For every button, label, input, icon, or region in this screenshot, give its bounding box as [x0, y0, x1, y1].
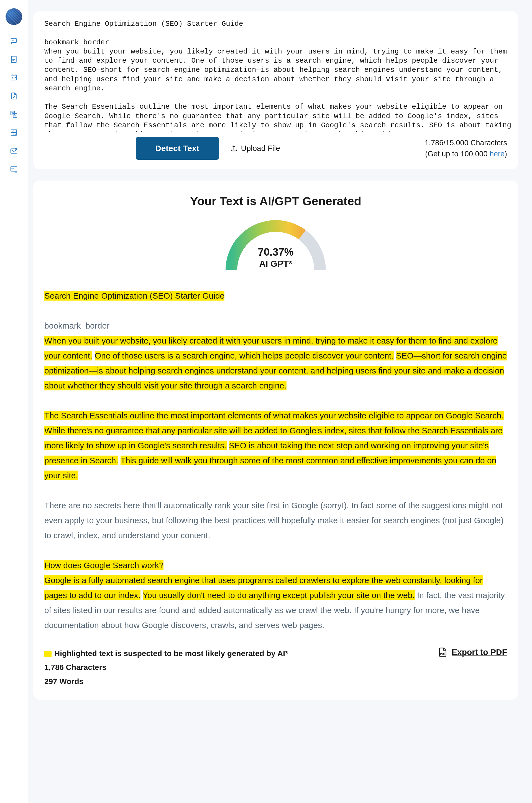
- input-card: Detect Text Upload File 1,786/15,000 Cha…: [33, 11, 518, 169]
- stats-words: 297 Words: [44, 675, 288, 689]
- highlighted-segment: One of those users is a search engine, w…: [95, 351, 394, 361]
- legend-swatch: [44, 651, 52, 657]
- controls-row: Detect Text Upload File 1,786/15,000 Cha…: [44, 137, 518, 160]
- code-analysis-icon[interactable]: [9, 73, 19, 83]
- stats-chars: 1,786 Characters: [44, 660, 288, 674]
- detect-text-button[interactable]: Detect Text: [136, 137, 219, 160]
- svg-text:AI: AI: [12, 39, 14, 42]
- legend-block: Highlighted text is suspected to be most…: [44, 646, 288, 689]
- sidebar: AI文A146699: [0, 0, 28, 803]
- text-input[interactable]: [44, 19, 518, 132]
- plain-segment: [92, 351, 94, 360]
- svg-text:1: 1: [12, 130, 13, 133]
- result-card: Your Text is AI/GPT Generated 70.37% AI …: [33, 181, 518, 699]
- plain-segment: [394, 351, 396, 360]
- plain-segment: [140, 590, 143, 600]
- svg-text:99: 99: [15, 171, 17, 173]
- upgrade-line: (Get up to 100,000 here): [425, 148, 507, 160]
- svg-point-16: [15, 148, 17, 150]
- result-footer: Highlighted text is suspected to be most…: [44, 646, 507, 689]
- char-count: 1,786/15,000 Characters: [425, 137, 507, 149]
- pdf-icon: PDF: [437, 646, 448, 658]
- highlighted-segment: You usually don't need to do anything ex…: [143, 590, 415, 600]
- highlighted-segment: How does Google Search work?: [44, 560, 164, 570]
- svg-text:A: A: [14, 114, 16, 117]
- main-content: Detect Text Upload File 1,786/15,000 Cha…: [28, 11, 532, 722]
- export-pdf-label: Export to PDF: [452, 647, 507, 657]
- svg-text:文: 文: [11, 112, 14, 114]
- document-lines-icon[interactable]: [9, 54, 19, 64]
- gauge-percent: 70.37%: [220, 246, 331, 258]
- mail-icon[interactable]: [9, 146, 19, 156]
- plain-segment: bookmark_border: [44, 321, 110, 330]
- highlighted-segment: The Search Essentials outline the most i…: [44, 410, 504, 420]
- translate-icon[interactable]: 文A: [9, 109, 19, 119]
- highlighted-segment: Search Engine Optimization (SEO) Starter…: [44, 291, 225, 300]
- plain-segment: There are no secrets here that'll automa…: [44, 501, 504, 540]
- upload-file-button[interactable]: Upload File: [230, 144, 280, 153]
- upload-icon: [230, 144, 238, 152]
- plain-segment: [118, 456, 120, 465]
- analysis-text: Search Engine Optimization (SEO) Starter…: [44, 288, 507, 633]
- number-grid-icon[interactable]: 14: [9, 128, 19, 138]
- result-heading: Your Text is AI/GPT Generated: [44, 194, 507, 208]
- ai-chat-icon[interactable]: AI: [9, 36, 19, 46]
- svg-text:66: 66: [11, 167, 14, 170]
- upgrade-link[interactable]: here: [490, 150, 505, 158]
- ai-gauge: 70.37% AI GPT*: [220, 216, 331, 272]
- svg-text:4: 4: [15, 133, 16, 135]
- brand-logo[interactable]: [5, 8, 22, 25]
- quote-card-icon[interactable]: 6699: [9, 164, 19, 174]
- gauge-sublabel: AI GPT*: [220, 259, 331, 269]
- export-pdf-button[interactable]: PDF Export to PDF: [437, 646, 507, 658]
- legend-text: Highlighted text is suspected to be most…: [54, 649, 288, 658]
- document-check-icon[interactable]: [9, 91, 19, 101]
- upload-file-label: Upload File: [241, 144, 280, 153]
- svg-text:PDF: PDF: [440, 653, 445, 656]
- plain-segment: [227, 441, 229, 450]
- character-info: 1,786/15,000 Characters (Get up to 100,0…: [425, 137, 507, 160]
